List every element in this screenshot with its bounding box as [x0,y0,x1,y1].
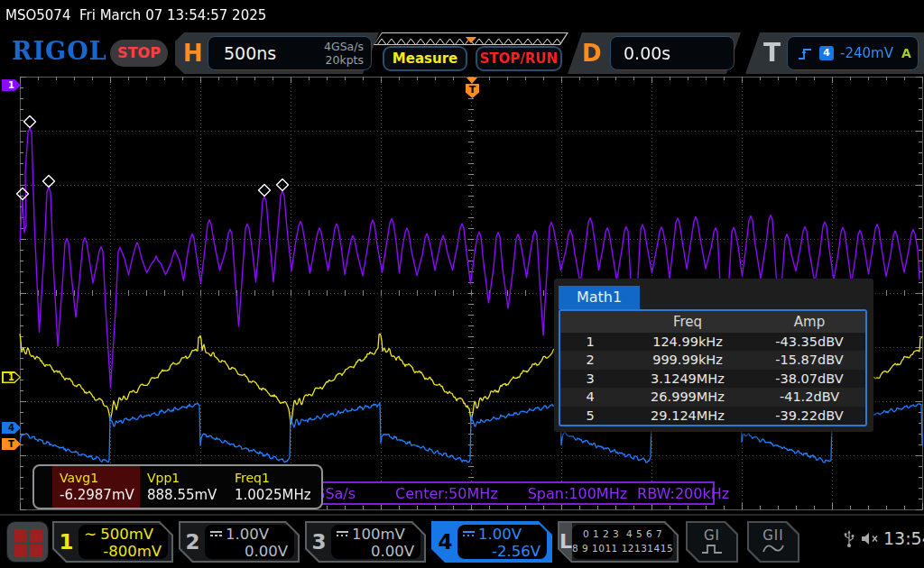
math-table-row: 33.1249MHz-38.07dBV [560,370,865,388]
trigger-source-badge: 4 [819,46,834,60]
acquisition-rates: 4GSa/s 20kpts [324,40,364,67]
fft-rbw: RBW:200kHz [637,485,729,502]
run-state-badge[interactable]: STOP [110,40,168,67]
preview-window [374,33,568,44]
fft-info-bar: GSa/s Center:50MHz Span:100MHz RBW:200kH… [307,481,715,505]
channel-2-button[interactable]: 21.00V0.00V [179,521,300,563]
measure-button[interactable]: Measure [383,46,467,71]
clock: 13:54 [883,528,924,548]
delay-box[interactable]: 0.00s [610,36,735,70]
channel-4-values: 1.00V-2.56V [457,525,547,559]
measurement-box[interactable]: Vavg1-6.2987mVVpp1888.55mVFreq11.0025MHz [32,464,323,509]
memory-depth: 20kpts [326,53,365,67]
generator1-button[interactable]: GI [686,521,738,563]
math-table-cell: 5 [560,407,620,425]
channel-offset: -800mV [84,543,162,560]
math-table-row: 2999.99kHz-15.87dBV [560,351,865,369]
ac-coupling-icon: ∼ [84,527,97,540]
math-table-cell: -41.2dBV [755,388,864,406]
timebase-box[interactable]: 500ns 4GSa/s 20kpts [208,36,372,70]
channel-offset: 0.00V [337,543,414,560]
math1-table-header: Freq Amp [560,311,865,333]
channel-offset: 0.00V [210,543,288,560]
timebase-value: 500ns [224,43,276,63]
measurement-value: -6.2987mV [60,487,140,503]
math1-table: Freq Amp 1124.99kHz-43.35dBV2999.99kHz-1… [559,309,867,426]
trigger-position-arrow[interactable] [467,78,477,84]
math1-popup: Math1 Freq Amp 1124.99kHz-43.35dBV2999.9… [554,279,873,432]
stop-run-button[interactable]: STOP/RUN [476,46,562,71]
speaker-muted-icon[interactable] [860,532,881,545]
math-table-cell: -43.35dBV [755,333,864,351]
math-table-cell: -38.07dBV [755,370,864,388]
trigger-box[interactable]: 4 -240mV A [787,36,919,70]
horizontal-label: H [183,37,203,69]
channel-scale: 500mV [100,526,153,543]
math-table-cell: 3 [560,370,620,388]
math-table-cell: 4 [560,388,620,406]
amp-column-header: Amp [755,311,864,333]
channel-1-button[interactable]: 1∼500mV-800mV [52,521,173,563]
rising-edge-icon [797,46,813,61]
math-table-cell: 26.999MHz [620,388,755,406]
math-table-cell: 999.99kHz [620,351,755,369]
trigger-label: T [763,35,781,71]
channel-4-button[interactable]: 41.00V-2.56V [431,521,552,563]
math-table-cell: -15.87dBV [755,351,864,369]
channel-4-number: 4 [433,523,457,561]
measurement-item[interactable]: Freq11.0025MHz [227,466,315,508]
delay-label: D [582,37,602,69]
math-table-cell: 3.1249MHz [620,370,755,388]
top-status-bar: MSO5074 Fri March 07 13:54:57 2025 [0,0,924,30]
dc-coupling-icon [463,531,475,536]
logic-channel-numbers: 0 1 2 3 4 5 6 7 8 9 1011 12131415 [572,525,673,559]
measurement-value: 1.0025MHz [235,487,315,503]
measurement-label: Freq1 [235,471,315,485]
logic-label: L [559,523,572,561]
measurement-label: Vavg1 [60,471,140,485]
math-table-row: 529.124MHz-39.22dBV [560,407,865,425]
fft-center: Center:50MHz [395,485,498,502]
math-table-cell: 2 [560,351,620,369]
preview-trigger-marker [466,37,476,43]
dc-coupling-icon [337,531,348,536]
usb-icon [843,528,855,548]
square-wave-icon [700,543,724,554]
fft-span: Span:100MHz [528,485,627,502]
generator1-label: GI [704,529,720,543]
menu-grid-icon[interactable] [6,521,49,563]
channel-scale: 1.00V [478,526,522,543]
model-name: MSO5074 [5,7,70,23]
math-table-cell: 1 [560,333,620,351]
math-table-row: 1124.99kHz-43.35dBV [560,333,865,351]
measurement-item[interactable]: Vavg1-6.2987mV [52,466,140,508]
channel-2-values: 1.00V0.00V [205,525,294,559]
channel-3-button[interactable]: 3100mV0.00V [305,521,426,563]
freq-column-header: Freq [620,311,755,333]
channel-2-number: 2 [180,523,205,561]
channel-3-number: 3 [307,523,331,561]
measurement-item[interactable]: Vpp1888.55mV [140,466,227,508]
math-table-cell: -39.22dBV [755,407,864,425]
math-table-row: 426.999MHz-41.2dBV [560,388,865,406]
trigger-mode: A [901,46,911,60]
generator2-label: GII [762,529,783,543]
sample-rate: 4GSa/s [324,40,364,53]
sine-wave-icon [762,543,785,554]
math-table-cell: 124.99kHz [620,333,755,351]
channel-1-number: 1 [54,523,79,561]
math-table-cell: 29.124MHz [620,407,755,425]
delay-value: 0.00s [624,43,670,63]
logic-channels-button[interactable]: L 0 1 2 3 4 5 6 7 8 9 1011 12131415 [558,521,679,563]
trigger-level: -240mV [840,45,893,61]
rigol-logo: RIGOL [12,37,107,65]
measurement-label: Vpp1 [147,471,227,485]
channel-offset: -2.56V [463,543,541,560]
waveform-preview-bar[interactable] [374,32,568,45]
oscilloscope-screen: MSO5074 Fri March 07 13:54:57 2025 RIGOL… [0,0,924,568]
math1-tab[interactable]: Math1 [559,286,640,309]
generator2-button[interactable]: GII [747,521,799,563]
channel-scale: 100mV [352,526,405,543]
channel-scale: 1.00V [226,526,269,543]
dc-coupling-icon [210,531,222,536]
